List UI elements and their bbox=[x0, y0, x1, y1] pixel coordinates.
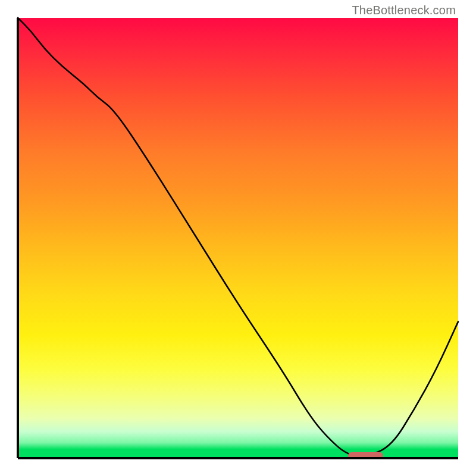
watermark-text: TheBottleneck.com bbox=[352, 4, 456, 17]
chart-container: TheBottleneck.com bbox=[0, 0, 476, 476]
axes bbox=[0, 0, 476, 476]
